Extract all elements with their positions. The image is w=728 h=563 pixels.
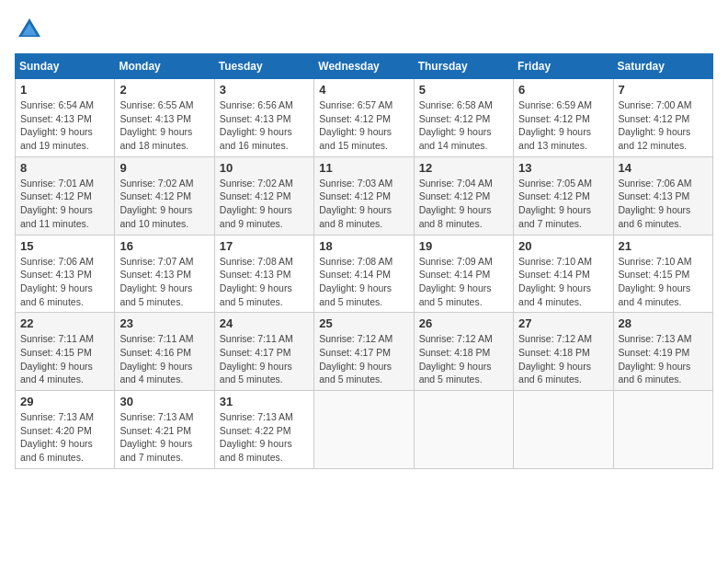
day-number: 1 (20, 83, 109, 97)
day-number: 21 (619, 239, 708, 253)
day-info: Sunrise: 7:00 AMSunset: 4:12 PMDaylight:… (619, 98, 708, 153)
calendar-cell: 13 Sunrise: 7:05 AMSunset: 4:12 PMDaylig… (514, 156, 613, 235)
logo-icon (15, 15, 44, 44)
day-info: Sunrise: 7:11 AMSunset: 4:16 PMDaylight:… (119, 332, 209, 386)
calendar-cell: 8 Sunrise: 7:01 AMSunset: 4:12 PMDayligh… (16, 156, 115, 235)
calendar-cell: 22 Sunrise: 7:11 AMSunset: 4:15 PMDaylig… (16, 313, 115, 391)
day-info: Sunrise: 6:57 AMSunset: 4:12 PMDaylight:… (319, 98, 408, 153)
calendar-cell: 29 Sunrise: 7:13 AMSunset: 4:20 PMDaylig… (16, 391, 115, 469)
day-info: Sunrise: 7:13 AMSunset: 4:22 PMDaylight:… (220, 410, 309, 465)
calendar-cell: 6 Sunrise: 6:59 AMSunset: 4:12 PMDayligh… (514, 79, 613, 157)
day-number: 6 (518, 83, 608, 97)
day-number: 8 (20, 161, 109, 175)
day-info: Sunrise: 7:03 AMSunset: 4:12 PMDaylight:… (319, 177, 408, 231)
day-number: 10 (220, 161, 309, 175)
calendar-cell: 28 Sunrise: 7:13 AMSunset: 4:19 PMDaylig… (613, 313, 712, 391)
weekday-header: Thursday (414, 54, 513, 79)
day-number: 27 (518, 316, 608, 330)
header (15, 15, 713, 44)
calendar-cell (514, 391, 613, 469)
day-info: Sunrise: 7:02 AMSunset: 4:12 PMDaylight:… (220, 177, 309, 231)
weekday-header: Saturday (613, 54, 712, 79)
calendar-week-row: 29 Sunrise: 7:13 AMSunset: 4:20 PMDaylig… (16, 391, 713, 469)
calendar-cell: 20 Sunrise: 7:10 AMSunset: 4:14 PMDaylig… (514, 235, 613, 313)
day-info: Sunrise: 7:10 AMSunset: 4:14 PMDaylight:… (518, 255, 608, 309)
calendar-cell: 16 Sunrise: 7:07 AMSunset: 4:13 PMDaylig… (115, 235, 214, 313)
calendar-cell: 25 Sunrise: 7:12 AMSunset: 4:17 PMDaylig… (314, 313, 414, 391)
day-number: 19 (419, 239, 508, 253)
calendar-cell: 2 Sunrise: 6:55 AMSunset: 4:13 PMDayligh… (115, 79, 214, 157)
day-number: 9 (119, 161, 209, 175)
calendar-cell: 26 Sunrise: 7:12 AMSunset: 4:18 PMDaylig… (414, 313, 513, 391)
day-info: Sunrise: 6:58 AMSunset: 4:12 PMDaylight:… (419, 98, 508, 153)
calendar-cell (314, 391, 414, 469)
calendar-cell: 3 Sunrise: 6:56 AMSunset: 4:13 PMDayligh… (214, 79, 313, 157)
day-number: 26 (419, 316, 508, 330)
calendar-cell: 5 Sunrise: 6:58 AMSunset: 4:12 PMDayligh… (414, 79, 513, 157)
day-number: 3 (220, 83, 309, 97)
calendar-week-row: 1 Sunrise: 6:54 AMSunset: 4:13 PMDayligh… (16, 79, 713, 157)
calendar-cell: 10 Sunrise: 7:02 AMSunset: 4:12 PMDaylig… (214, 156, 313, 235)
day-info: Sunrise: 7:09 AMSunset: 4:14 PMDaylight:… (419, 255, 508, 309)
weekday-header: Friday (514, 54, 613, 79)
calendar-cell: 14 Sunrise: 7:06 AMSunset: 4:13 PMDaylig… (613, 156, 712, 235)
day-info: Sunrise: 7:07 AMSunset: 4:13 PMDaylight:… (119, 255, 209, 309)
day-info: Sunrise: 6:55 AMSunset: 4:13 PMDaylight:… (119, 98, 209, 153)
day-info: Sunrise: 7:08 AMSunset: 4:13 PMDaylight:… (220, 255, 309, 309)
calendar-cell: 21 Sunrise: 7:10 AMSunset: 4:15 PMDaylig… (613, 235, 712, 313)
day-number: 15 (20, 239, 109, 253)
day-info: Sunrise: 7:06 AMSunset: 4:13 PMDaylight:… (619, 177, 708, 231)
day-number: 29 (20, 395, 109, 408)
day-number: 5 (419, 83, 508, 97)
day-info: Sunrise: 6:54 AMSunset: 4:13 PMDaylight:… (20, 98, 109, 153)
day-number: 25 (319, 316, 408, 330)
day-info: Sunrise: 7:02 AMSunset: 4:12 PMDaylight:… (119, 177, 209, 231)
calendar-week-row: 8 Sunrise: 7:01 AMSunset: 4:12 PMDayligh… (16, 156, 713, 235)
calendar-cell: 4 Sunrise: 6:57 AMSunset: 4:12 PMDayligh… (314, 79, 414, 157)
day-info: Sunrise: 7:12 AMSunset: 4:18 PMDaylight:… (419, 332, 508, 386)
day-info: Sunrise: 7:04 AMSunset: 4:12 PMDaylight:… (419, 177, 508, 231)
day-number: 2 (119, 83, 209, 97)
calendar-cell: 19 Sunrise: 7:09 AMSunset: 4:14 PMDaylig… (414, 235, 513, 313)
calendar-week-row: 22 Sunrise: 7:11 AMSunset: 4:15 PMDaylig… (16, 313, 713, 391)
day-number: 22 (20, 316, 109, 330)
day-info: Sunrise: 7:12 AMSunset: 4:18 PMDaylight:… (518, 332, 608, 386)
day-number: 28 (619, 316, 708, 330)
calendar-cell (414, 391, 513, 469)
day-number: 20 (518, 239, 608, 253)
calendar-cell: 12 Sunrise: 7:04 AMSunset: 4:12 PMDaylig… (414, 156, 513, 235)
calendar-cell: 23 Sunrise: 7:11 AMSunset: 4:16 PMDaylig… (115, 313, 214, 391)
day-info: Sunrise: 6:56 AMSunset: 4:13 PMDaylight:… (220, 98, 309, 153)
day-number: 23 (119, 316, 209, 330)
day-info: Sunrise: 7:08 AMSunset: 4:14 PMDaylight:… (319, 255, 408, 309)
weekday-header: Monday (115, 54, 214, 79)
day-info: Sunrise: 7:11 AMSunset: 4:15 PMDaylight:… (20, 332, 109, 386)
day-number: 7 (619, 83, 708, 97)
calendar-week-row: 15 Sunrise: 7:06 AMSunset: 4:13 PMDaylig… (16, 235, 713, 313)
calendar-cell: 31 Sunrise: 7:13 AMSunset: 4:22 PMDaylig… (214, 391, 313, 469)
calendar-cell: 30 Sunrise: 7:13 AMSunset: 4:21 PMDaylig… (115, 391, 214, 469)
day-number: 12 (419, 161, 508, 175)
calendar-cell: 9 Sunrise: 7:02 AMSunset: 4:12 PMDayligh… (115, 156, 214, 235)
calendar-cell: 27 Sunrise: 7:12 AMSunset: 4:18 PMDaylig… (514, 313, 613, 391)
day-info: Sunrise: 7:01 AMSunset: 4:12 PMDaylight:… (20, 177, 109, 231)
day-info: Sunrise: 7:06 AMSunset: 4:13 PMDaylight:… (20, 255, 109, 309)
day-number: 31 (220, 395, 309, 408)
calendar-cell (613, 391, 712, 469)
day-info: Sunrise: 7:11 AMSunset: 4:17 PMDaylight:… (220, 332, 309, 386)
day-number: 17 (220, 239, 309, 253)
calendar-cell: 7 Sunrise: 7:00 AMSunset: 4:12 PMDayligh… (613, 79, 712, 157)
calendar-cell: 15 Sunrise: 7:06 AMSunset: 4:13 PMDaylig… (16, 235, 115, 313)
calendar-cell: 17 Sunrise: 7:08 AMSunset: 4:13 PMDaylig… (214, 235, 313, 313)
day-info: Sunrise: 6:59 AMSunset: 4:12 PMDaylight:… (518, 98, 608, 153)
day-number: 11 (319, 161, 408, 175)
calendar-cell: 11 Sunrise: 7:03 AMSunset: 4:12 PMDaylig… (314, 156, 414, 235)
day-info: Sunrise: 7:13 AMSunset: 4:19 PMDaylight:… (619, 332, 708, 386)
calendar-cell: 18 Sunrise: 7:08 AMSunset: 4:14 PMDaylig… (314, 235, 414, 313)
calendar-cell: 1 Sunrise: 6:54 AMSunset: 4:13 PMDayligh… (16, 79, 115, 157)
weekday-header: Tuesday (214, 54, 313, 79)
day-number: 14 (619, 161, 708, 175)
day-info: Sunrise: 7:05 AMSunset: 4:12 PMDaylight:… (518, 177, 608, 231)
day-number: 4 (319, 83, 408, 97)
logo (15, 15, 48, 44)
